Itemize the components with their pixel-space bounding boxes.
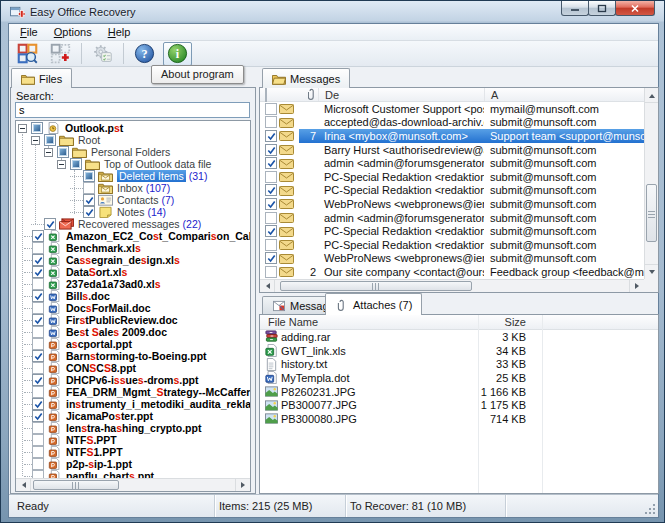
scroll-thumb[interactable] [280,281,472,291]
message-row[interactable]: admin <admin@forumsgenerator.co...submit… [260,211,644,225]
message-row[interactable]: WebProNews <webpronews@ientry...submit@m… [260,252,644,266]
file-checkbox[interactable] [32,266,44,278]
message-row[interactable]: PC-Special Redaktion <redaktion@p...subm… [260,184,644,198]
file-item[interactable]: Cassegrain_design.xls [16,254,250,266]
tab-files[interactable]: Files [11,68,72,88]
to-column-header[interactable]: A [484,88,644,101]
title-bar[interactable]: Easy Office Recovery [1,1,664,23]
tree-checkbox[interactable] [44,134,56,146]
scroll-thumb[interactable] [646,184,657,242]
file-checkbox[interactable] [32,458,44,470]
tree-item[interactable]: Inbox(107) [16,182,250,194]
message-checkbox[interactable] [265,103,277,115]
file-checkbox[interactable] [32,410,44,422]
message-checkbox[interactable] [265,116,277,128]
attachment-column-header[interactable] [299,88,318,102]
message-row[interactable]: 7Irina <mybox@munsoft.com>Support team <… [260,129,644,143]
filename-column-header[interactable]: File Name [260,316,478,328]
tree-item[interactable]: Notes(14) [16,206,250,218]
message-row[interactable]: Barry Hurst <authorisedreview@aol...subm… [260,143,644,157]
tree-checkbox[interactable] [83,182,95,194]
tab-attaches[interactable]: Attaches (7) [325,293,422,315]
message-checkbox[interactable] [265,171,277,183]
tree-checkbox[interactable] [44,218,56,230]
scroll-right-button[interactable] [629,280,644,292]
messages-horizontal-scrollbar[interactable] [260,279,644,292]
file-item[interactable]: JicamaPoster.ppt [16,410,250,422]
about-button[interactable]: i [163,42,192,66]
message-checkbox[interactable] [265,184,277,196]
message-checkbox[interactable] [265,266,277,278]
file-item[interactable]: Amazon_EC2_Cost_Comparison_Calculato [16,230,250,242]
tree-checkbox[interactable] [57,146,69,158]
tree-checkbox[interactable] [83,194,95,206]
maximize-button[interactable] [588,1,616,16]
tab-messages[interactable]: Messages [262,68,350,88]
tree-checkbox[interactable] [83,206,95,218]
tree-expander[interactable] [57,160,66,169]
tree-item[interactable]: Recovered messages(22) [16,218,250,230]
file-item[interactable]: FEA_DRM_Mgmt_Strategy--McCaffery_20 [16,386,250,398]
attachment-row[interactable]: MyTempla.dot25 KB [260,371,658,385]
file-item[interactable]: Barnstorming-to-Boeing.ppt [16,350,250,362]
message-row[interactable]: Microsoft Customer Support <postm...myma… [260,102,644,116]
scroll-thumb[interactable] [33,480,119,490]
message-checkbox[interactable] [265,144,277,156]
file-checkbox[interactable] [32,230,44,242]
file-checkbox[interactable] [32,314,44,326]
message-row[interactable]: PC-Special Redaktion <redaktion@p...subm… [260,238,644,252]
attachment-row[interactable]: history.txt33 KB [260,357,658,371]
file-item[interactable]: NTFS.PPT [16,434,250,446]
file-checkbox[interactable] [32,302,44,314]
help-button[interactable]: ? [130,42,159,66]
file-item[interactable]: Bills.doc [16,290,250,302]
file-item[interactable]: 237eda1a73ad0.xls [16,278,250,290]
attachment-row[interactable]: PB300080.JPG714 KB [260,412,658,426]
tree-item[interactable]: Outlook.pst [16,122,250,134]
close-button[interactable] [615,1,655,16]
file-item[interactable]: NTFS1.PPT [16,446,250,458]
file-checkbox[interactable] [32,350,44,362]
file-item[interactable]: CONSCS8.ppt [16,362,250,374]
tree-horizontal-scrollbar[interactable] [16,478,250,491]
size-column-header[interactable]: Size [478,316,542,328]
attachment-row[interactable]: PB300077.JPG1 175 KB [260,398,658,412]
file-checkbox[interactable] [32,290,44,302]
message-checkbox[interactable] [265,157,277,169]
message-row[interactable]: WebProNews <webpronews@ientry...submit@m… [260,197,644,211]
file-item[interactable]: lenstra-hashing_crypto.ppt [16,422,250,434]
search-office-files-button[interactable] [13,42,42,66]
scroll-up-button[interactable] [645,88,658,103]
tree-checkbox[interactable] [83,170,95,182]
message-row[interactable]: admin <admin@forumsgenerator.co...submit… [260,156,644,170]
tree-item[interactable]: Personal Folders [16,146,250,158]
menu-file[interactable]: File [12,25,46,40]
file-checkbox[interactable] [32,362,44,374]
file-item[interactable]: DataSort.xls [16,266,250,278]
scroll-left-button[interactable] [16,479,31,491]
file-checkbox[interactable] [32,470,44,478]
message-row[interactable]: PC-Special Redaktion <redaktion@p...subm… [260,170,644,184]
tree-expander[interactable] [31,136,40,145]
file-item[interactable]: ascportal.ppt [16,338,250,350]
message-checkbox[interactable] [265,239,277,251]
file-checkbox[interactable] [32,434,44,446]
search-input[interactable] [15,102,250,118]
scroll-right-button[interactable] [235,479,250,491]
menu-options[interactable]: Options [46,25,100,40]
menu-help[interactable]: Help [100,25,139,40]
file-item[interactable]: panflu_charts.ppt [16,470,250,478]
file-checkbox[interactable] [32,374,44,386]
file-checkbox[interactable] [32,422,44,434]
scroll-left-button[interactable] [260,280,275,292]
tree-expander[interactable] [44,148,53,157]
file-checkbox[interactable] [32,338,44,350]
file-item[interactable]: DHCPv6-issues-droms.ppt [16,374,250,386]
message-row[interactable]: PC-Special Redaktion <redaktion@p...subm… [260,224,644,238]
file-checkbox[interactable] [32,446,44,458]
messages-vertical-scrollbar[interactable] [644,88,658,279]
message-checkbox[interactable] [265,225,277,237]
message-checkbox[interactable] [265,252,277,264]
tree-item[interactable]: Root [16,134,250,146]
tree-item[interactable]: Deleted Items(31) [16,170,250,182]
